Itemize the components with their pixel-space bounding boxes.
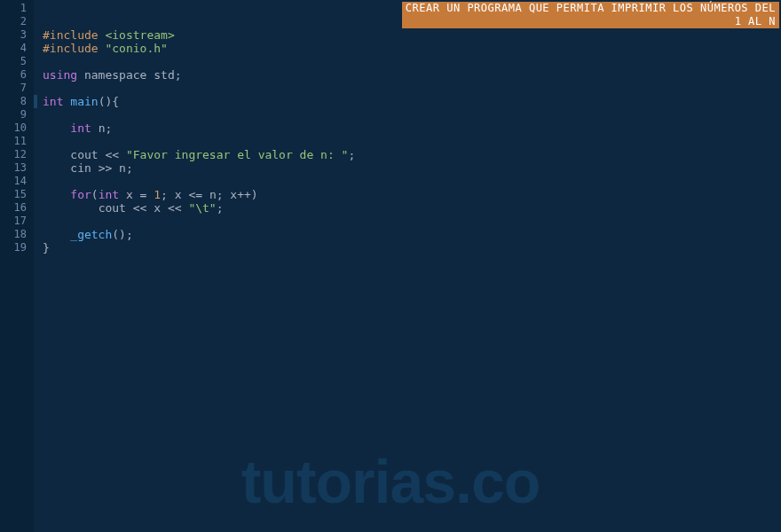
line-number: 11 xyxy=(0,135,34,148)
line-number: 2 xyxy=(0,15,34,28)
line-number: 6 xyxy=(0,68,34,82)
number: 1 xyxy=(154,188,161,201)
identifier: x xyxy=(175,188,189,201)
identifier: cout xyxy=(70,148,105,161)
code-content[interactable]: CREAR UN PROGRAMA QUE PERMITA IMPRIMIR L… xyxy=(34,0,781,532)
code-line-11[interactable] xyxy=(43,135,781,148)
identifier: cin xyxy=(70,161,98,175)
string: "Favor ingresar el valor de n: " xyxy=(126,148,348,161)
punct: ; xyxy=(348,148,355,161)
code-line-3[interactable]: #include <iostream> xyxy=(43,28,781,42)
indent xyxy=(43,188,70,201)
indent xyxy=(43,228,70,241)
line-number: 4 xyxy=(0,42,34,55)
line-number: 13 xyxy=(0,161,34,175)
operator: <= xyxy=(188,188,209,201)
code-line-10[interactable]: int n; xyxy=(43,121,781,135)
line-number: 12 xyxy=(0,148,34,161)
punct: (){ xyxy=(99,95,119,108)
code-line-5[interactable] xyxy=(43,55,781,68)
comment-banner: CREAR UN PROGRAMA QUE PERMITA IMPRIMIR L… xyxy=(402,2,779,28)
punct: ) xyxy=(251,188,258,201)
punct: ; xyxy=(217,188,231,201)
identifier: x xyxy=(126,188,140,201)
punct: ; xyxy=(217,201,224,215)
string: "\t" xyxy=(188,201,216,215)
function-name: _getch xyxy=(70,228,112,241)
line-number: 10 xyxy=(0,121,34,135)
code-line-4[interactable]: #include "conio.h" xyxy=(43,42,781,55)
operator: = xyxy=(140,188,154,201)
indent xyxy=(43,161,70,175)
indent xyxy=(43,148,70,161)
line-number: 8 xyxy=(0,95,34,108)
line-number: 18 xyxy=(0,228,34,241)
code-line-9[interactable] xyxy=(43,108,781,121)
operator: << xyxy=(133,201,154,215)
code-line-12[interactable]: cout << "Favor ingresar el valor de n: "… xyxy=(43,148,781,161)
punct: ; xyxy=(175,68,182,82)
line-number: 19 xyxy=(0,241,34,254)
code-line-7[interactable] xyxy=(43,82,781,95)
code-line-18[interactable]: _getch(); xyxy=(43,228,781,241)
keyword: for xyxy=(70,188,91,201)
punct: ; xyxy=(161,188,175,201)
code-line-6[interactable]: using namespace std; xyxy=(43,68,781,82)
include-path: "conio.h" xyxy=(105,42,167,55)
line-number: 9 xyxy=(0,108,34,121)
punct: ; xyxy=(126,161,133,175)
indent xyxy=(43,121,70,135)
identifier: cout xyxy=(99,201,133,215)
function-name: main xyxy=(70,95,98,108)
line-number: 3 xyxy=(0,28,34,42)
code-line-17[interactable] xyxy=(43,215,781,228)
type: int xyxy=(70,121,98,135)
identifier: n xyxy=(209,188,217,201)
code-editor: 1 2 3 4 5 6 7 8 9 10 11 12 13 14 15 16 1… xyxy=(0,0,781,532)
punct: ; xyxy=(105,121,112,135)
line-number: 16 xyxy=(0,201,34,215)
operator: >> xyxy=(99,161,119,175)
brace: } xyxy=(43,241,50,254)
comment-line: CREAR UN PROGRAMA QUE PERMITA IMPRIMIR L… xyxy=(406,2,776,15)
code-line-8[interactable]: int main(){ xyxy=(43,95,781,108)
line-number: 14 xyxy=(0,175,34,188)
type: int xyxy=(43,95,70,108)
identifier: namespace std xyxy=(77,68,175,82)
line-number: 7 xyxy=(0,82,34,95)
preprocessor: #include xyxy=(43,42,105,55)
punct: ( xyxy=(91,188,99,201)
code-line-16[interactable]: cout << x << "\t"; xyxy=(43,201,781,215)
line-number: 17 xyxy=(0,215,34,228)
code-line-15[interactable]: for(int x = 1; x <= n; x++) xyxy=(43,188,781,201)
operator: ++ xyxy=(237,188,251,201)
type: int xyxy=(99,188,126,201)
punct: ; xyxy=(126,228,133,241)
identifier: x xyxy=(230,188,237,201)
keyword: using xyxy=(43,68,77,82)
code-line-14[interactable] xyxy=(43,175,781,188)
code-line-13[interactable]: cin >> n; xyxy=(43,161,781,175)
include-path: <iostream> xyxy=(105,28,174,42)
line-number-gutter: 1 2 3 4 5 6 7 8 9 10 11 12 13 14 15 16 1… xyxy=(0,0,34,532)
punct: () xyxy=(112,228,126,241)
line-number: 1 xyxy=(0,2,34,15)
line-number: 5 xyxy=(0,55,34,68)
identifier: x xyxy=(154,201,168,215)
line-number: 15 xyxy=(0,188,34,201)
operator: << xyxy=(105,148,125,161)
code-line-19[interactable]: } xyxy=(43,241,781,254)
comment-line: 1 AL N xyxy=(406,15,776,28)
preprocessor: #include xyxy=(43,28,105,42)
identifier: n xyxy=(119,161,126,175)
indent xyxy=(43,201,99,215)
operator: << xyxy=(168,201,188,215)
